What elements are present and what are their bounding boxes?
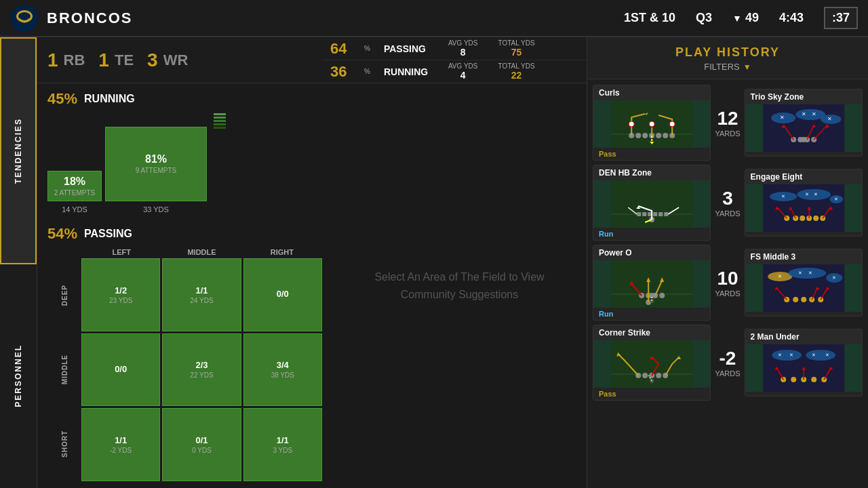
main-content: TENDENCIES PERSONNEL 1 RB 1 TE 3 WR 64 %…	[0, 37, 868, 488]
yards-display-2: 3 YARDS	[715, 188, 740, 218]
play-card-field-2man: ✕ ✕ ✕ ✕	[745, 344, 862, 392]
svg-rect-35	[642, 212, 646, 216]
svg-text:✕: ✕	[798, 270, 802, 275]
svg-text:✕: ✕	[811, 111, 816, 117]
svg-rect-38	[658, 212, 663, 216]
play-card-power-o[interactable]: Power O	[593, 245, 711, 321]
svg-text:✕: ✕	[832, 275, 836, 280]
filter-dropdown-icon[interactable]: ▼	[743, 62, 751, 72]
row-label-deep: DEEP	[47, 258, 81, 333]
play-card-footer-fs-middle	[745, 312, 862, 316]
grid-cell-middle-middle[interactable]: 2/3 22 YDS	[162, 333, 241, 407]
bar2-yards: 33 YDS	[143, 205, 169, 214]
grid-col-labels: LEFT MIDDLE RIGHT	[81, 248, 322, 256]
grid-cell-short-middle[interactable]: 0/1 0 YDS	[162, 408, 241, 481]
middle-label: MIDDLE	[61, 354, 68, 384]
svg-text:✕: ✕	[789, 352, 793, 357]
svg-text:✕: ✕	[805, 192, 809, 197]
running-label: RUNNING	[384, 66, 438, 77]
play-card-curls[interactable]: Curls	[593, 85, 711, 161]
bar1-attempts: 2 ATTEMPTS	[54, 189, 95, 197]
passing-pct-label: %	[364, 45, 370, 52]
grid-cell-middle-right[interactable]: 3/4 38 YDS	[243, 333, 322, 407]
passing-section-pct: 54%	[47, 225, 77, 243]
personnel-label: PERSONNEL	[14, 344, 23, 407]
col-label-right: RIGHT	[242, 248, 322, 256]
deep-label: DEEP	[61, 285, 68, 306]
te-count: 1	[98, 49, 109, 71]
down-distance: 1ST & 10	[624, 11, 675, 25]
play-history-filters[interactable]: FILTERS ▼	[597, 62, 858, 75]
play-card-den-hb[interactable]: DEN HB Zone	[593, 165, 711, 241]
play-card-trio[interactable]: Trio Sky Zone ✕ ✕ ✕ ✕	[745, 89, 863, 157]
tendency-stats: 45% RUNNING 18% 2 ATTEMPTS 14 YDS 81%	[37, 83, 332, 488]
score: 49	[745, 11, 759, 25]
cell-ratio-6: 1/1	[115, 435, 127, 445]
wr-label: WR	[163, 52, 189, 69]
team-logo-icon	[10, 4, 39, 33]
grid-cell-deep-right[interactable]: 0/0	[243, 258, 322, 331]
field-message-line1: Select An Area of The Field to View	[374, 268, 544, 286]
play-card-header-curls: Curls	[593, 85, 710, 100]
yards-num-3: 10	[717, 268, 738, 289]
cell-ratio-5: 3/4	[277, 360, 289, 370]
play-card-field-curls	[593, 100, 710, 148]
play-card-footer-power-o: Run	[593, 308, 710, 320]
passing-avg-label: AVG YDS	[448, 39, 478, 47]
yards-label-4: YARDS	[715, 369, 740, 378]
running-section-pct: 45%	[47, 90, 77, 108]
top-bar: BRONCOS 1ST & 10 Q3 ▼ 49 4:43 :37	[0, 0, 868, 37]
play-row-3: Power O	[593, 245, 863, 321]
running-section-label: RUNNING	[84, 93, 135, 105]
play-card-footer-engage	[745, 232, 862, 236]
play-row-1: Curls	[593, 85, 863, 161]
svg-point-8	[656, 133, 661, 138]
play-card-field-corner	[593, 340, 710, 388]
col-label-left: LEFT	[81, 248, 161, 256]
cell-ratio-8: 1/1	[277, 435, 289, 445]
svg-rect-34	[637, 212, 641, 216]
svg-point-109	[811, 377, 816, 382]
field-message: Select An Area of The Field to View Comm…	[374, 268, 544, 303]
cell-yards-4: 22 YDS	[190, 371, 213, 379]
bar-scale	[214, 113, 226, 201]
running-avg: 4	[460, 70, 466, 81]
sidebar-tab-tendencies[interactable]: TENDENCIES	[0, 37, 37, 264]
play-row-4: Corner Strike	[593, 325, 863, 401]
play-card-footer-corner: Pass	[593, 388, 710, 400]
play-card-header-den-hb: DEN HB Zone	[593, 165, 710, 180]
grid-cell-middle-left[interactable]: 0/0	[81, 333, 160, 407]
yards-label-3: YARDS	[715, 289, 740, 298]
sidebar-tab-personnel[interactable]: PERSONNEL	[0, 264, 37, 489]
yards-num-4: -2	[719, 348, 736, 369]
play-type-den-hb: Run	[599, 230, 613, 238]
grid-cell-short-left[interactable]: 1/1 -2 YDS	[81, 408, 160, 481]
play-card-footer-2man	[745, 392, 862, 396]
play-card-fs-middle[interactable]: FS Middle 3 ✕ ✕ ✕ ✕	[745, 249, 863, 317]
play-clock: :37	[824, 7, 858, 29]
yards-display-4: -2 YARDS	[715, 348, 740, 378]
cell-ratio-1: 1/1	[195, 285, 208, 296]
svg-point-66	[659, 293, 665, 298]
cell-ratio-3: 0/0	[115, 364, 127, 374]
svg-point-93	[656, 373, 661, 378]
formation-section: 1 RB 1 TE 3 WR	[37, 37, 322, 83]
grid-cell-deep-left[interactable]: 1/2 23 YDS	[81, 258, 160, 331]
svg-text:✕: ✕	[808, 270, 812, 275]
passing-total-label: TOTAL YDS	[498, 39, 534, 47]
play-card-2man[interactable]: 2 Man Under ✕ ✕ ✕ ✕	[745, 329, 863, 396]
play-history-header: PLAY HISTORY FILTERS ▼	[587, 37, 868, 79]
grid-cell-deep-middle[interactable]: 1/1 24 YDS	[162, 258, 241, 331]
tendency-body: 45% RUNNING 18% 2 ATTEMPTS 14 YDS 81%	[37, 83, 587, 488]
running-avg-label: AVG YDS	[448, 62, 478, 70]
right-panel: PLAY HISTORY FILTERS ▼ Curls	[587, 37, 868, 488]
rb-count: 1	[47, 49, 58, 71]
grid-cell-short-right[interactable]: 1/1 3 YDS	[243, 408, 322, 481]
left-sidebar: TENDENCIES PERSONNEL	[0, 37, 37, 488]
play-card-header-fs-middle: FS Middle 3	[745, 249, 862, 264]
row-label-middle: MIDDLE	[47, 333, 81, 407]
play-card-corner[interactable]: Corner Strike	[593, 325, 711, 401]
svg-point-52	[800, 216, 805, 221]
cell-yards-7: 0 YDS	[192, 447, 212, 454]
play-card-engage[interactable]: Engage Eight ✕ ✕ ✕ ✕	[745, 169, 863, 237]
